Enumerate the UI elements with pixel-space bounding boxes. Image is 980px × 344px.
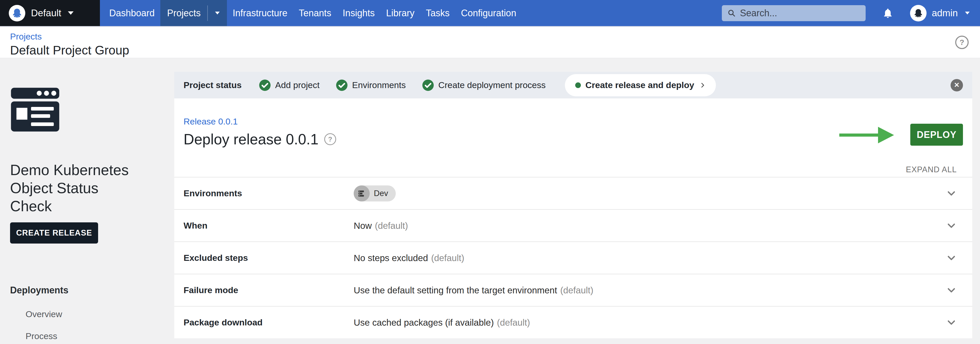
divider [207,5,208,21]
deploy-button[interactable]: DEPLOY [910,124,963,146]
status-step-label: Add project [275,80,320,90]
green-dot-icon [575,82,581,88]
current-step-label: Create release and deploy [585,80,694,90]
user-octopus-icon [913,8,923,18]
row-value: Use cached packages (if available) [354,317,494,328]
project-sidebar: Demo Kubernetes Object Status Check CREA… [0,58,174,343]
status-step-label: Create deployment process [438,80,546,90]
release-title: Deploy release 0.0.1 [183,131,318,148]
projects-dropdown-button[interactable] [208,0,227,26]
project-status-banner: Project status Add project Environments … [174,72,972,99]
nav-tab-insights[interactable]: Insights [337,0,380,26]
status-step-create-deployment-process: Create deployment process [422,79,546,91]
space-name-label: Default [31,8,61,19]
row-value: No steps excluded [354,253,428,263]
environment-icon [354,185,370,201]
section-row-package-download[interactable]: Package download Use cached packages (if… [174,306,972,338]
row-label: Excluded steps [183,253,354,263]
search-input[interactable] [740,8,860,19]
deploy-release-card: Project status Add project Environments … [174,72,972,338]
chevron-down-icon [215,12,220,14]
status-step-label: Environments [352,80,406,90]
row-default-suffix: (default) [431,253,464,263]
chevron-down-icon[interactable] [945,317,957,328]
nav-tab-projects-active: Projects [160,0,227,26]
nav-tab-tenants[interactable]: Tenants [293,0,337,26]
sidebar-item-process[interactable]: Process [25,331,174,341]
check-circle-icon [336,79,348,91]
create-release-button[interactable]: CREATE RELEASE [10,222,98,244]
nav-tab-tasks[interactable]: Tasks [420,0,455,26]
project-logo-icon [10,87,60,132]
octopus-logo-icon [9,5,25,21]
help-icon[interactable]: ? [324,133,336,145]
environment-chip-label: Dev [374,189,388,198]
chevron-down-icon [68,11,73,15]
breadcrumb-bar: Projects Default Project Group ? [0,27,980,58]
section-row-excluded-steps[interactable]: Excluded steps No steps excluded (defaul… [174,242,972,274]
nav-right-group: admin [722,0,980,26]
chevron-down-icon [965,12,970,14]
help-icon[interactable]: ? [955,36,969,49]
close-icon[interactable]: ✕ [951,79,963,91]
release-breadcrumb-link[interactable]: Release 0.0.1 [183,116,238,127]
notifications-button[interactable] [882,8,894,19]
row-default-suffix: (default) [375,221,408,231]
avatar[interactable] [910,5,927,21]
nav-tab-configuration[interactable]: Configuration [455,0,522,26]
top-navigation-bar: Default Dashboard Projects Infrastructur… [0,0,980,27]
project-title: Demo Kubernetes Object Status Check [10,161,134,215]
row-default-suffix: (default) [497,317,530,328]
row-label: When [183,221,354,231]
search-icon [727,8,736,18]
sidebar-item-overview[interactable]: Overview [25,309,174,319]
environment-chip: Dev [354,185,396,201]
release-header: Release 0.0.1 Deploy release 0.0.1 ? DEP… [174,99,972,177]
nav-tab-infrastructure[interactable]: Infrastructure [227,0,293,26]
deploy-pointer-arrow-icon [839,125,895,145]
chevron-down-icon[interactable] [945,284,957,296]
chevron-down-icon[interactable] [945,188,957,199]
row-label: Package download [183,317,354,328]
row-value: Use the default setting from the target … [354,285,557,295]
chevron-down-icon[interactable] [945,220,957,232]
nav-tab-dashboard[interactable]: Dashboard [103,0,160,26]
page-title: Default Project Group [10,43,980,57]
nav-tab-library[interactable]: Library [380,0,420,26]
page-body: Demo Kubernetes Object Status Check CREA… [0,58,980,343]
chevron-right-icon [699,81,706,89]
section-row-environments[interactable]: Environments Dev [174,177,972,209]
status-step-environments: Environments [336,79,406,91]
global-search[interactable] [722,5,865,21]
row-label: Failure mode [183,285,354,295]
chevron-down-icon[interactable] [945,252,957,264]
sidebar-section-deployments: Deployments [10,285,174,296]
space-switcher[interactable]: Default [0,0,100,26]
row-default-suffix: (default) [560,285,593,295]
check-circle-icon [422,79,434,91]
expand-all-button[interactable]: EXPAND ALL [906,165,957,174]
status-step-add-project: Add project [259,79,320,91]
bell-icon [882,8,894,19]
project-status-label: Project status [183,80,242,90]
row-label: Environments [183,188,354,198]
section-row-when[interactable]: When Now (default) [174,209,972,242]
current-step-pill[interactable]: Create release and deploy [565,74,716,96]
nav-tab-projects[interactable]: Projects [160,0,207,26]
check-circle-icon [259,79,271,91]
row-value: Now [354,221,372,231]
breadcrumb-projects-link[interactable]: Projects [10,32,42,41]
section-row-failure-mode[interactable]: Failure mode Use the default setting fro… [174,274,972,306]
user-name-label[interactable]: admin [932,8,958,19]
